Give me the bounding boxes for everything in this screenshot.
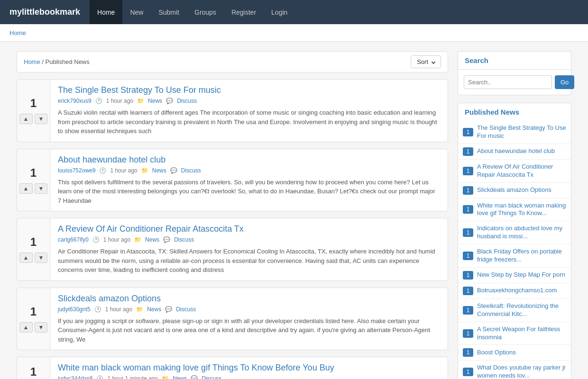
sidebar-news-link[interactable]: Black Friday Offers on portable fridge f… bbox=[477, 248, 566, 264]
vote-down-button[interactable]: ▼ bbox=[35, 114, 48, 124]
news-category-link[interactable]: News bbox=[147, 306, 161, 313]
pub-badge: 1 bbox=[463, 306, 473, 315]
search-input[interactable] bbox=[464, 75, 552, 89]
vote-down-button[interactable]: ▼ bbox=[35, 183, 48, 194]
nav-submit[interactable]: Submit bbox=[151, 0, 187, 24]
news-excerpt: This spot delivers fulfillment to the se… bbox=[58, 178, 440, 206]
news-meta: louiss752owe9 🕐 1 hour ago 📁 News 💬 Disc… bbox=[58, 167, 440, 174]
sidebar-news-item: 1 A Secret Weapon For faithless insomnia bbox=[458, 322, 571, 345]
news-category-link[interactable]: News bbox=[152, 167, 166, 174]
sidebar-news-link[interactable]: What Does youtube ray parker jr women ne… bbox=[477, 364, 566, 379]
nav-register[interactable]: Register bbox=[224, 0, 264, 24]
sidebar-news-link[interactable]: Indicators on abducted love my husband i… bbox=[477, 225, 566, 241]
news-meta: judyc344dxs8 🕐 1 hour 1 minute ago 📁 New… bbox=[58, 375, 440, 379]
news-title-link[interactable]: White man black woman making love gif Th… bbox=[58, 363, 440, 373]
news-discuss-link[interactable]: Discuss bbox=[176, 306, 196, 313]
news-author-link[interactable]: judyt630gnt5 bbox=[58, 306, 91, 313]
navbar: mylittlebookmark Home New Submit Groups … bbox=[0, 0, 588, 24]
news-discuss-link[interactable]: Discuss bbox=[181, 167, 201, 174]
pub-badge: 1 bbox=[463, 271, 473, 280]
sidebar-news-item: 1 Slickdeals amazon Options bbox=[458, 182, 571, 198]
sidebar-news-item: 1 Boost Options bbox=[458, 344, 571, 360]
sidebar-news-item: 1 About haewundae hotel club bbox=[458, 144, 571, 159]
news-excerpt: A Suzuki violin recital with learners of… bbox=[58, 108, 440, 136]
sidebar-news-link[interactable]: White man black woman making love gif Th… bbox=[477, 202, 566, 218]
vote-up-button[interactable]: ▲ bbox=[19, 183, 33, 194]
news-author-link[interactable]: judyc344dxs8 bbox=[58, 375, 92, 379]
news-excerpt: If you are jogging a script or software,… bbox=[58, 316, 440, 344]
news-title-link[interactable]: The Single Best Strategy To Use For musi… bbox=[58, 85, 440, 95]
pub-badge: 1 bbox=[463, 329, 473, 338]
news-category-link[interactable]: News bbox=[173, 375, 187, 379]
top-breadcrumb: Home bbox=[0, 24, 588, 42]
news-meta: erick790xus9 🕐 1 hour ago 📁 News 💬 Discu… bbox=[58, 98, 440, 104]
sidebar-news-link[interactable]: About haewundae hotel club bbox=[477, 147, 555, 155]
news-title-link[interactable]: Slickdeals amazon Options bbox=[58, 294, 440, 304]
sort-bar-home-link[interactable]: Home bbox=[24, 58, 40, 65]
sidebar-news-list: 1 The Single Best Strategy To Use For mu… bbox=[458, 121, 571, 379]
sidebar-news-link[interactable]: A Review Of Air Conditioner Repair Atasc… bbox=[477, 163, 566, 179]
pub-badge: 1 bbox=[463, 348, 473, 357]
sidebar-news-link[interactable]: Botruaxekhongchamso1.com bbox=[477, 287, 557, 295]
news-time: 1 hour ago bbox=[106, 98, 133, 104]
news-body: A Review Of Air Conditioner Repair Atasc… bbox=[50, 218, 448, 280]
sidebar-news-item: 1 White man black woman making love gif … bbox=[458, 198, 571, 221]
news-time: 1 hour 1 minute ago bbox=[107, 375, 158, 379]
sidebar-news-link[interactable]: Boost Options bbox=[477, 349, 516, 357]
chevron-down-icon bbox=[432, 60, 435, 63]
sidebar-news-link[interactable]: New Step by Step Map For porn bbox=[477, 271, 565, 279]
news-meta: judyt630gnt5 🕐 1 hour ago 📁 News 💬 Discu… bbox=[58, 306, 440, 313]
news-discuss-link[interactable]: Discuss bbox=[202, 375, 221, 379]
nav-groups[interactable]: Groups bbox=[187, 0, 224, 24]
news-category-link[interactable]: News bbox=[148, 98, 162, 104]
main-container: Home / Published News Sort 1 ▲ ▼ The Sin… bbox=[9, 51, 579, 379]
news-category-link[interactable]: News bbox=[145, 236, 159, 243]
sort-bar-section: Published News bbox=[46, 58, 90, 65]
nav-new[interactable]: New bbox=[122, 0, 151, 24]
search-panel-title: Search bbox=[458, 52, 571, 70]
clock-icon: 🕐 bbox=[99, 167, 106, 174]
vote-up-button[interactable]: ▲ bbox=[19, 114, 33, 124]
sidebar: Search Go Published News 1 The Single Be… bbox=[458, 51, 571, 379]
published-news-panel: Published News 1 The Single Best Strateg… bbox=[458, 103, 571, 379]
news-title-link[interactable]: About haewundae hotel club bbox=[58, 155, 440, 165]
comment-icon: 💬 bbox=[191, 375, 198, 379]
vote-up-button[interactable]: ▲ bbox=[19, 253, 33, 263]
sidebar-news-link[interactable]: Steelkraft: Revolutionizing the Commerci… bbox=[477, 302, 566, 318]
brand-link[interactable]: mylittlebookmark bbox=[0, 7, 90, 17]
comment-icon: 💬 bbox=[165, 306, 172, 313]
sidebar-news-link[interactable]: A Secret Weapon For faithless insomnia bbox=[477, 325, 566, 342]
news-discuss-link[interactable]: Discuss bbox=[177, 98, 197, 104]
news-author-link[interactable]: erick790xus9 bbox=[58, 98, 92, 104]
vote-section: 1 ▲ ▼ bbox=[17, 149, 50, 211]
news-author-link[interactable]: louiss752owe9 bbox=[58, 167, 95, 174]
vote-down-button[interactable]: ▼ bbox=[35, 253, 48, 263]
sidebar-news-link[interactable]: Slickdeals amazon Options bbox=[477, 186, 551, 194]
comment-icon: 💬 bbox=[163, 236, 170, 243]
vote-count: 1 bbox=[30, 166, 37, 180]
pub-badge: 1 bbox=[463, 205, 473, 214]
vote-count: 1 bbox=[30, 365, 37, 379]
nav-home[interactable]: Home bbox=[90, 0, 122, 24]
news-title-link[interactable]: A Review Of Air Conditioner Repair Atasc… bbox=[58, 224, 440, 234]
news-body: White man black woman making love gif Th… bbox=[50, 357, 448, 379]
news-excerpt: Air Conditioner Repair in Atascocita, TX… bbox=[58, 247, 440, 275]
sidebar-news-item: 1 Botruaxekhongchamso1.com bbox=[458, 283, 571, 298]
sidebar-news-item: 1 Steelkraft: Revolutionizing the Commer… bbox=[458, 298, 571, 322]
news-discuss-link[interactable]: Discuss bbox=[174, 236, 194, 243]
pub-badge: 1 bbox=[463, 167, 473, 175]
vote-up-button[interactable]: ▲ bbox=[19, 322, 33, 333]
sidebar-news-link[interactable]: The Single Best Strategy To Use For musi… bbox=[477, 124, 566, 140]
nav-login[interactable]: Login bbox=[264, 0, 295, 24]
breadcrumb-home-link[interactable]: Home bbox=[9, 29, 26, 36]
news-item: 1 ▲ ▼ White man black woman making love … bbox=[17, 357, 448, 379]
folder-icon: 📁 bbox=[136, 306, 143, 313]
sort-bar: Home / Published News Sort bbox=[17, 51, 448, 72]
vote-section: 1 ▲ ▼ bbox=[17, 80, 50, 142]
search-go-button[interactable]: Go bbox=[555, 75, 574, 89]
pub-badge: 1 bbox=[463, 228, 473, 237]
news-author-link[interactable]: carlg667lfy0 bbox=[58, 236, 89, 243]
sort-button[interactable]: Sort bbox=[411, 55, 441, 68]
news-item: 1 ▲ ▼ Slickdeals amazon Options judyt630… bbox=[17, 288, 448, 351]
vote-down-button[interactable]: ▼ bbox=[35, 322, 48, 333]
